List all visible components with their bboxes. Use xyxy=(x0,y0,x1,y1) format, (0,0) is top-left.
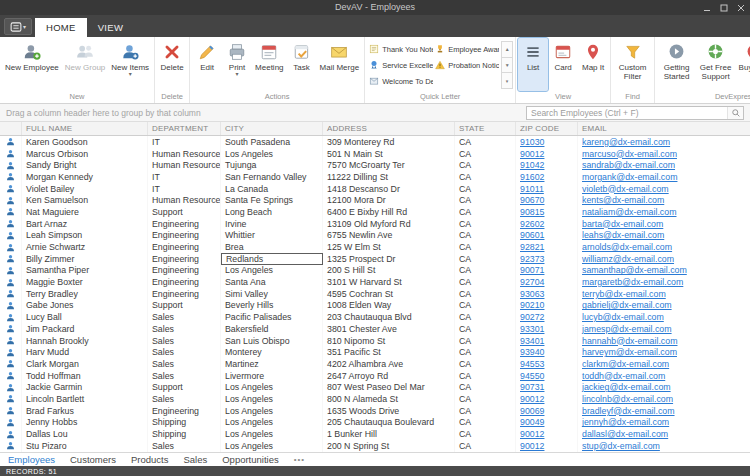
zip-code-link[interactable]: 90012 xyxy=(520,149,544,159)
get-free-support-button[interactable]: Get Free Support xyxy=(696,38,735,91)
zip-code-link[interactable]: 90012 xyxy=(520,429,544,439)
table-row[interactable]: Hannah Brookly Sales San Luis Obispo 810… xyxy=(0,335,750,347)
table-row[interactable]: Gabe Jones Support Beverly Hills 1008 El… xyxy=(0,300,750,312)
email-link[interactable]: lucyb@dx-email.com xyxy=(582,312,664,322)
table-row[interactable]: Arnie Schwartz Engineering Brea 125 W El… xyxy=(0,241,750,253)
probation-notice-item[interactable]: Probation Notice xyxy=(433,57,499,73)
tab-products[interactable]: Products xyxy=(131,454,169,465)
email-link[interactable]: toddh@dx-email.com xyxy=(582,371,665,381)
zip-code-link[interactable]: 92373 xyxy=(520,254,544,264)
table-row[interactable]: Dallas Lou Shipping Los Angeles 1 Bunker… xyxy=(0,428,750,440)
print-button[interactable]: Print ▾ xyxy=(222,38,252,91)
getting-started-button[interactable]: Getting Started xyxy=(657,38,696,91)
zip-code-link[interactable]: 91602 xyxy=(520,172,544,182)
zip-code-link[interactable]: 90670 xyxy=(520,195,544,205)
email-link[interactable]: kents@dx-email.com xyxy=(582,195,664,205)
table-row[interactable]: Terry Bradley Engineering Simi Valley 45… xyxy=(0,288,750,300)
email-link[interactable]: samanthap@dx-email.com xyxy=(582,265,687,275)
thank-you-note-item[interactable]: Thank You Note xyxy=(367,41,433,57)
custom-filter-button[interactable]: Custom Filter xyxy=(613,38,652,91)
email-link[interactable]: bradleyf@dx-email.com xyxy=(582,406,675,416)
table-row[interactable]: Todd Hoffman Sales Livermore 2647 Arroyo… xyxy=(0,370,750,382)
column-header-department[interactable]: DEPARTMENT xyxy=(148,122,221,135)
edit-button[interactable]: Edit xyxy=(192,38,222,91)
tab-customers[interactable]: Customers xyxy=(70,454,116,465)
zip-code-link[interactable]: 90012 xyxy=(520,441,544,451)
table-row[interactable]: Sandy Bright Human Resources Tujunga 757… xyxy=(0,159,750,171)
table-row[interactable]: Jackie Garmin Support Los Angeles 807 We… xyxy=(0,381,750,393)
zip-code-link[interactable]: 90012 xyxy=(520,394,544,404)
task-button[interactable]: Task xyxy=(287,38,317,91)
maximize-button[interactable] xyxy=(720,4,728,12)
email-link[interactable]: jackieg@dx-email.com xyxy=(582,382,671,392)
email-link[interactable]: clarkm@dx-email.com xyxy=(582,359,669,369)
gallery-scroll-up-button[interactable]: ▲ xyxy=(501,41,513,58)
tab-home[interactable]: HOME xyxy=(35,18,87,37)
search-button[interactable] xyxy=(727,107,743,119)
buy-now-button[interactable]: Buy Now xyxy=(735,38,750,91)
email-link[interactable]: kareng@dx-email.com xyxy=(582,137,670,147)
email-link[interactable]: williamz@dx-email.com xyxy=(582,254,674,264)
zip-code-link[interactable]: 93940 xyxy=(520,347,544,357)
table-row[interactable]: Bart Arnaz Engineering Irvine 13109 Old … xyxy=(0,218,750,230)
email-link[interactable]: leahs@dx-email.com xyxy=(582,230,664,240)
email-link[interactable]: violetb@dx-email.com xyxy=(582,184,669,194)
zip-code-link[interactable]: 93301 xyxy=(520,324,544,334)
gallery-scroll-down-button[interactable]: ▼ xyxy=(501,57,513,74)
zip-code-link[interactable]: 92704 xyxy=(520,277,544,287)
column-header-address[interactable]: ADDRESS xyxy=(323,122,455,135)
email-link[interactable]: margaretb@dx-email.com xyxy=(582,277,683,287)
table-row[interactable]: Jenny Hobbs Shipping Los Angeles 205 Cha… xyxy=(0,417,750,429)
email-link[interactable]: gabrielj@dx-email.com xyxy=(582,300,672,310)
zip-code-link[interactable]: 90601 xyxy=(520,230,544,240)
zip-code-link[interactable]: 90815 xyxy=(520,207,544,217)
new-items-button[interactable]: New Items ▾ xyxy=(108,38,152,91)
zip-code-link[interactable]: 91011 xyxy=(520,184,544,194)
email-link[interactable]: nataliam@dx-email.com xyxy=(582,207,677,217)
table-row[interactable]: Maggie Boxter Engineering Santa Ana 3101… xyxy=(0,276,750,288)
email-link[interactable]: sandrab@dx-email.com xyxy=(582,160,675,170)
zip-code-link[interactable]: 94550 xyxy=(520,371,544,381)
column-header-city[interactable]: CITY xyxy=(221,122,323,135)
table-row[interactable]: Harv Mudd Sales Monterey 351 Pacific St … xyxy=(0,346,750,358)
email-link[interactable]: hannahb@dx-email.com xyxy=(582,336,677,346)
search-input[interactable] xyxy=(527,107,727,119)
close-button[interactable] xyxy=(737,4,745,12)
new-employee-button[interactable]: New Employee xyxy=(2,38,62,91)
mail-merge-button[interactable]: Mail Merge xyxy=(317,38,363,91)
email-link[interactable]: marcuso@dx-email.com xyxy=(582,149,677,159)
zip-code-link[interactable]: 94553 xyxy=(520,359,544,369)
table-row[interactable]: Ken Samuelson Human Resources Santa Fe S… xyxy=(0,194,750,206)
zip-code-link[interactable]: 93401 xyxy=(520,336,544,346)
table-row[interactable]: Marcus Orbison Human Resources Los Angel… xyxy=(0,148,750,160)
tab-employees[interactable]: Employees xyxy=(8,454,55,465)
app-menu-button[interactable]: ▾ xyxy=(4,18,32,35)
minimize-button[interactable] xyxy=(703,4,711,12)
meeting-button[interactable]: Meeting xyxy=(252,38,286,91)
column-header-state[interactable]: STATE xyxy=(455,122,516,135)
table-row[interactable]: Brad Farkus Engineering Los Angeles 1635… xyxy=(0,405,750,417)
email-link[interactable]: jennyh@dx-email.com xyxy=(582,417,669,427)
gallery-dropdown-button[interactable]: ▾ xyxy=(501,72,513,89)
email-link[interactable]: dallasl@dx-email.com xyxy=(582,429,668,439)
map-it-button[interactable]: Map It xyxy=(578,38,608,91)
service-excellence-item[interactable]: Service Excellence xyxy=(367,57,433,73)
table-row[interactable]: Stu Pizaro Sales Los Angeles 200 N Sprin… xyxy=(0,440,750,452)
table-row[interactable]: Morgan Kennedy IT San Fernando Valley 11… xyxy=(0,171,750,183)
zip-code-link[interactable]: 90272 xyxy=(520,312,544,322)
table-row[interactable]: Lincoln Bartlett Sales Los Angeles 800 N… xyxy=(0,393,750,405)
zip-code-link[interactable]: 90071 xyxy=(520,265,544,275)
column-header-full-name[interactable]: FULL NAME xyxy=(22,122,148,135)
delete-button[interactable]: Delete xyxy=(157,38,187,91)
table-row[interactable]: Karen Goodson IT South Pasadena 309 Mont… xyxy=(0,136,750,148)
email-link[interactable]: lincolnb@dx-email.com xyxy=(582,394,673,404)
zip-code-link[interactable]: 90069 xyxy=(520,406,544,416)
tab-sales[interactable]: Sales xyxy=(183,454,207,465)
tab-view[interactable]: VIEW xyxy=(87,18,134,37)
email-link[interactable]: arnolds@dx-email.com xyxy=(582,242,672,252)
email-link[interactable]: jamesp@dx-email.com xyxy=(582,324,672,334)
email-link[interactable]: stup@dx-email.com xyxy=(582,441,660,451)
table-row[interactable]: Lucy Ball Sales Pacific Palisades 203 Ch… xyxy=(0,311,750,323)
table-row[interactable]: Nat Maguiere Support Long Beach 6400 E B… xyxy=(0,206,750,218)
zip-code-link[interactable]: 93063 xyxy=(520,289,544,299)
